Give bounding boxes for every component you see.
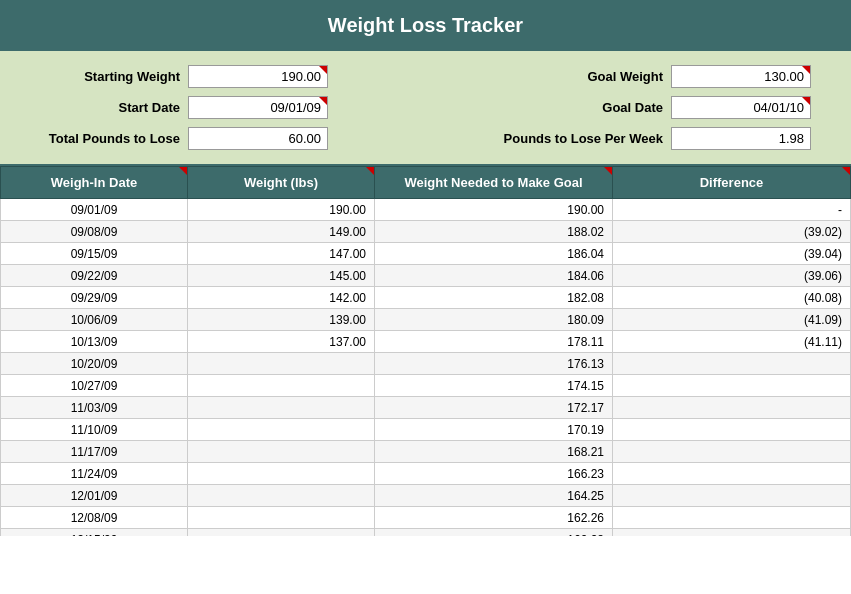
- table-cell: [188, 463, 375, 485]
- table-cell: 172.17: [375, 397, 613, 419]
- goal-weight-value[interactable]: 130.00: [671, 65, 811, 88]
- table-row: 11/03/09172.17: [1, 397, 851, 419]
- table-cell: -: [613, 199, 851, 221]
- table-cell: [188, 441, 375, 463]
- table-row: 10/27/09174.15: [1, 375, 851, 397]
- table-cell: 09/08/09: [1, 221, 188, 243]
- table-cell: 176.13: [375, 353, 613, 375]
- app-title: Weight Loss Tracker: [328, 14, 523, 36]
- table-cell: 184.06: [375, 265, 613, 287]
- table-cell: 11/17/09: [1, 441, 188, 463]
- table-cell: 162.26: [375, 507, 613, 529]
- table-cell: 186.04: [375, 243, 613, 265]
- table-row: 09/29/09142.00182.08(40.08): [1, 287, 851, 309]
- table-row: 11/24/09166.23: [1, 463, 851, 485]
- col-header-difference: Difference: [613, 167, 851, 199]
- table-cell: [613, 441, 851, 463]
- table-row: 09/08/09149.00188.02(39.02): [1, 221, 851, 243]
- table-section: Weigh-In Date Weight (lbs) Weight Needed…: [0, 166, 851, 536]
- table-cell: 10/27/09: [1, 375, 188, 397]
- table-cell: 170.19: [375, 419, 613, 441]
- table-cell: 10/13/09: [1, 331, 188, 353]
- table-cell: [613, 353, 851, 375]
- table-cell: [613, 507, 851, 529]
- table-cell: [188, 375, 375, 397]
- table-cell: [613, 529, 851, 537]
- table-cell: 168.21: [375, 441, 613, 463]
- pounds-per-week-value[interactable]: 1.98: [671, 127, 811, 150]
- table-cell: 12/15/09: [1, 529, 188, 537]
- table-cell: [613, 485, 851, 507]
- table-row: 12/08/09162.26: [1, 507, 851, 529]
- table-cell: 149.00: [188, 221, 375, 243]
- table-cell: 10/06/09: [1, 309, 188, 331]
- table-cell: 188.02: [375, 221, 613, 243]
- table-cell: 12/01/09: [1, 485, 188, 507]
- table-cell: 190.00: [375, 199, 613, 221]
- table-cell: [188, 397, 375, 419]
- start-date-label: Start Date: [20, 100, 180, 115]
- total-pounds-value[interactable]: 60.00: [188, 127, 328, 150]
- table-row: 11/10/09170.19: [1, 419, 851, 441]
- starting-weight-value[interactable]: 190.00: [188, 65, 328, 88]
- goal-date-value[interactable]: 04/01/10: [671, 96, 811, 119]
- table-cell: [188, 529, 375, 537]
- table-cell: 10/20/09: [1, 353, 188, 375]
- table-cell: 137.00: [188, 331, 375, 353]
- table-cell: 11/24/09: [1, 463, 188, 485]
- table-cell: 12/08/09: [1, 507, 188, 529]
- table-cell: (39.04): [613, 243, 851, 265]
- table-cell: 166.23: [375, 463, 613, 485]
- table-cell: 11/10/09: [1, 419, 188, 441]
- goal-weight-label: Goal Weight: [503, 69, 663, 84]
- table-cell: 09/29/09: [1, 287, 188, 309]
- table-cell: [613, 463, 851, 485]
- table-cell: 164.25: [375, 485, 613, 507]
- table-cell: (39.02): [613, 221, 851, 243]
- table-cell: 180.09: [375, 309, 613, 331]
- table-cell: 139.00: [188, 309, 375, 331]
- table-cell: (39.06): [613, 265, 851, 287]
- header: Weight Loss Tracker: [0, 0, 851, 51]
- table-cell: 09/15/09: [1, 243, 188, 265]
- table-row: 12/15/09160.28: [1, 529, 851, 537]
- total-pounds-label: Total Pounds to Lose: [20, 131, 180, 146]
- table-row: 09/01/09190.00190.00-: [1, 199, 851, 221]
- table-cell: (41.09): [613, 309, 851, 331]
- table-cell: 178.11: [375, 331, 613, 353]
- table-cell: (40.08): [613, 287, 851, 309]
- table-cell: 174.15: [375, 375, 613, 397]
- table-cell: 145.00: [188, 265, 375, 287]
- table-cell: 11/03/09: [1, 397, 188, 419]
- table-cell: 147.00: [188, 243, 375, 265]
- table-cell: 182.08: [375, 287, 613, 309]
- table-row: 09/15/09147.00186.04(39.04): [1, 243, 851, 265]
- starting-weight-label: Starting Weight: [20, 69, 180, 84]
- pounds-per-week-label: Pounds to Lose Per Week: [463, 131, 663, 146]
- table-cell: [613, 419, 851, 441]
- table-cell: (41.11): [613, 331, 851, 353]
- table-cell: [613, 375, 851, 397]
- col-header-weight: Weight (lbs): [188, 167, 375, 199]
- col-header-needed: Weight Needed to Make Goal: [375, 167, 613, 199]
- table-cell: 160.28: [375, 529, 613, 537]
- goal-date-label: Goal Date: [503, 100, 663, 115]
- table-row: 11/17/09168.21: [1, 441, 851, 463]
- table-row: 09/22/09145.00184.06(39.06): [1, 265, 851, 287]
- start-date-value[interactable]: 09/01/09: [188, 96, 328, 119]
- table-row: 12/01/09164.25: [1, 485, 851, 507]
- table-cell: [188, 485, 375, 507]
- table-row: 10/13/09137.00178.11(41.11): [1, 331, 851, 353]
- col-header-date: Weigh-In Date: [1, 167, 188, 199]
- table-cell: 190.00: [188, 199, 375, 221]
- table-row: 10/06/09139.00180.09(41.09): [1, 309, 851, 331]
- table-cell: [613, 397, 851, 419]
- table-cell: 09/22/09: [1, 265, 188, 287]
- table-cell: [188, 419, 375, 441]
- table-cell: [188, 353, 375, 375]
- table-cell: 09/01/09: [1, 199, 188, 221]
- table-cell: [188, 507, 375, 529]
- summary-section: Starting Weight 190.00 Goal Weight 130.0…: [0, 51, 851, 166]
- table-cell: 142.00: [188, 287, 375, 309]
- table-row: 10/20/09176.13: [1, 353, 851, 375]
